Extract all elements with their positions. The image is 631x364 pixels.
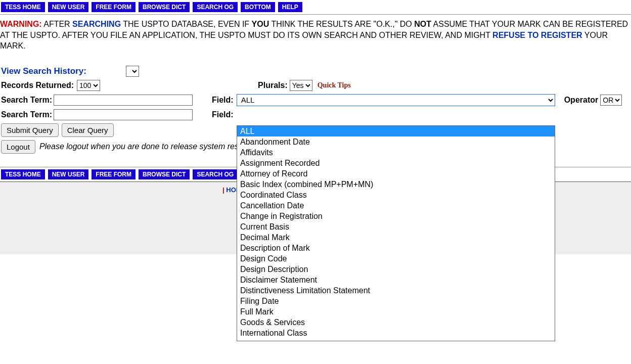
warning-paragraph: WARNING: AFTER SEARCHING THE USPTO DATAB… <box>0 15 631 52</box>
field-option[interactable]: Current Basis <box>237 221 555 232</box>
clear-query-button[interactable]: Clear Query <box>62 123 114 137</box>
warning-text-1: AFTER <box>42 20 72 28</box>
view-search-history-select[interactable] <box>126 66 139 77</box>
field-option[interactable]: Decimal Mark <box>237 232 555 243</box>
search-term-2-label: Search Term: <box>1 110 54 119</box>
field-dropdown-listbox[interactable]: ALLAbandonment DateAffidavitsAssignment … <box>237 125 555 254</box>
operator-select[interactable]: OR <box>600 95 622 106</box>
warning-text-2: THE USPTO DATABASE, EVEN IF <box>121 20 251 28</box>
search-term-1-input[interactable] <box>54 95 193 106</box>
field-option[interactable]: Description of Mark <box>237 243 555 253</box>
field-option[interactable]: Abandonment Date <box>237 136 555 147</box>
nav2-tess-home[interactable]: TESS HOME <box>1 169 45 179</box>
field-option[interactable]: Design Code <box>237 253 555 254</box>
view-search-history-label: View Search History: <box>1 66 86 76</box>
warning-label: WARNING: <box>0 20 42 28</box>
logout-button[interactable]: Logout <box>1 140 35 154</box>
field-option[interactable]: Cancellation Date <box>237 200 555 211</box>
nav-free-form[interactable]: FREE FORM <box>92 2 136 12</box>
nav-bottom[interactable]: BOTTOM <box>241 2 275 12</box>
records-returned-label: Records Returned: <box>1 81 74 90</box>
nav-help[interactable]: HELP <box>278 2 302 12</box>
field-option[interactable]: Coordinated Class <box>237 190 555 200</box>
quick-tips-link[interactable]: Quick Tips <box>318 81 351 89</box>
search-term-2-input[interactable] <box>54 109 193 120</box>
field-2-label: Field: <box>212 110 234 119</box>
nav-search-og[interactable]: SEARCH OG <box>193 2 238 12</box>
search-term-1-label: Search Term: <box>1 96 54 105</box>
plurals-select[interactable]: Yes <box>290 80 312 91</box>
field-option[interactable]: Attorney of Record <box>237 168 555 179</box>
warning-not: NOT <box>414 20 431 28</box>
warning-searching: SEARCHING <box>72 20 121 28</box>
nav-tess-home[interactable]: TESS HOME <box>1 2 45 12</box>
field-option[interactable]: Assignment Recorded <box>237 158 555 168</box>
top-nav-bar: TESS HOME NEW USER FREE FORM BROWSE DICT… <box>0 0 631 14</box>
nav2-search-og[interactable]: SEARCH OG <box>193 169 238 179</box>
field-option[interactable]: Change in Registration <box>237 211 555 221</box>
field-option[interactable]: Affidavits <box>237 147 555 158</box>
submit-query-button[interactable]: Submit Query <box>1 123 59 137</box>
nav2-new-user[interactable]: NEW USER <box>48 169 89 179</box>
nav2-browse-dict[interactable]: BROWSE DICT <box>139 169 190 179</box>
field-1-label: Field: <box>212 96 234 105</box>
nav2-free-form[interactable]: FREE FORM <box>92 169 136 179</box>
operator-label: Operator <box>564 96 599 105</box>
nav-new-user[interactable]: NEW USER <box>48 2 89 12</box>
field-option[interactable]: Basic Index (combined MP+PM+MN) <box>237 179 555 190</box>
records-returned-select[interactable]: 100 <box>77 80 100 91</box>
warning-text-3: THINK THE RESULTS ARE "O.K.," DO <box>269 20 414 28</box>
warning-you: YOU <box>252 20 269 28</box>
footer-pipe: | <box>222 186 224 194</box>
logout-note: Please logout when you are done to relea… <box>39 142 239 151</box>
nav-browse-dict[interactable]: BROWSE DICT <box>139 2 190 12</box>
field-1-select[interactable]: ALL <box>237 94 555 106</box>
refuse-to-register-link[interactable]: REFUSE TO REGISTER <box>492 31 582 39</box>
field-option[interactable]: ALL <box>237 126 555 136</box>
plurals-label: Plurals: <box>258 81 288 90</box>
